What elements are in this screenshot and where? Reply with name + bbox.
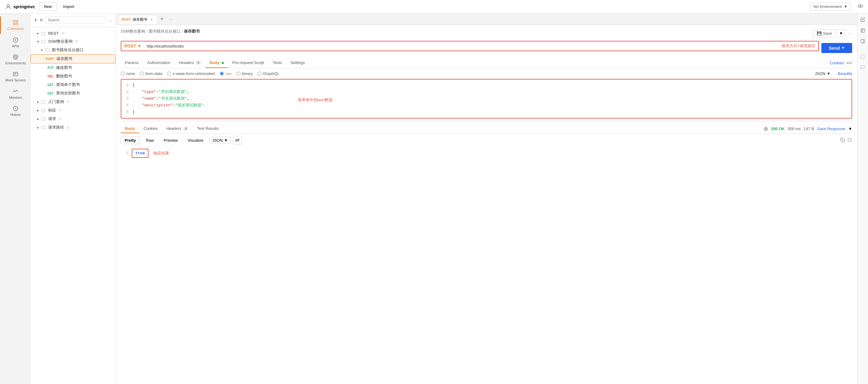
more-options-request[interactable]: ··· [849,31,852,36]
sidebar-item-mock-servers[interactable]: Mock Servers [0,68,30,85]
environment-selector[interactable]: No Environment ▼ [810,3,851,10]
sidebar-item-history[interactable]: History [0,102,30,120]
wrap-button[interactable]: ⇌ [233,136,242,145]
tree-item-ssm[interactable]: ▼ SSM整合案例 [30,37,116,46]
user-icon [5,3,11,10]
sidebar-item-collections[interactable]: Collections [0,17,30,34]
side-panel-icon [860,39,865,43]
arrow-icon: ► [37,126,40,129]
folder-icon [41,125,46,130]
tab-params[interactable]: Params [121,58,143,68]
breadcrumb-current: 保存图书 [184,29,200,34]
more-options-button[interactable]: ··· [108,18,112,23]
method-badge-get2: GET [44,92,54,95]
radio-form-data[interactable]: form-data [140,71,162,76]
search-input[interactable] [45,17,106,24]
layout-icon[interactable] [860,28,865,34]
panel-icon[interactable] [860,39,865,44]
tree-item-rest[interactable]: ► REST [30,30,116,37]
tree-item-save-book[interactable]: POST 保存图书 [30,54,116,63]
radio-raw[interactable]: raw [220,71,232,76]
tab-settings[interactable]: Settings [286,58,309,68]
search-response-button[interactable] [847,137,852,143]
url-annotation: 请求方式+请求路径 [781,43,815,49]
tree-item-request[interactable]: ► 请求 [30,115,116,123]
svg-point-15 [59,118,61,119]
mock-servers-icon [12,71,19,77]
tab-tests[interactable]: Tests [268,58,286,68]
add-collection-button[interactable]: + [34,17,37,24]
tree-item-request-path[interactable]: ► 请求路径 [30,123,116,132]
method-badge-get: GET [44,83,54,87]
collections-panel: + ≡ ··· ► REST ▼ SSM整合案例 [30,13,116,384]
people-icon [66,126,70,129]
sidebar-item-monitors[interactable]: Monitors [0,85,30,102]
tab-body[interactable]: Body [206,58,228,68]
tab-more-button[interactable]: ··· [167,17,175,21]
tree-item-get-all-books[interactable]: GET 查询全部图书 [30,89,116,98]
request-tab-save-book[interactable]: POST 保存图书 × [118,15,157,24]
body-active-dot [222,62,224,64]
top-right-icons [858,3,863,10]
beautify-button[interactable]: Beautify [838,71,852,76]
filter-button[interactable]: ≡ [40,18,43,23]
arrow-icon: ▼ [37,40,40,43]
method-selector[interactable]: POST ▼ [124,43,144,49]
user-menu[interactable]: springmvc [5,3,35,10]
sidebar-item-apis[interactable]: APIs [0,34,30,51]
resp-format-raw[interactable]: Raw [143,137,158,144]
tab-headers[interactable]: Headers 9 [175,58,206,68]
copy-response-button[interactable] [840,137,845,143]
tree-item-response[interactable]: ► 响应 [30,106,116,115]
tab-authorization[interactable]: Authorization [143,58,175,68]
code-editor[interactable]: 1 { 2 "type":"类别测试数据", 3 "name":"书名测试数据"… [121,79,852,119]
layout-panel-icon [860,28,865,33]
edit-request-icon[interactable] [860,17,865,23]
send-label: Send [829,45,840,51]
collections-header-actions: + ≡ [34,17,43,24]
resp-json-format-selector[interactable]: JSON ▼ [210,137,231,144]
import-button[interactable]: Import [61,3,77,10]
save-dropdown-button[interactable]: ▼ [837,30,845,37]
radio-binary[interactable]: binary [237,71,253,76]
url-input[interactable] [147,44,774,49]
tree-item-edit-book[interactable]: PUT 修改图书 [30,63,116,72]
save-button[interactable]: 💾 Save [813,30,836,37]
svg-point-11 [62,32,63,33]
code-link[interactable]: </> [846,61,852,65]
tree-item-intro[interactable]: ► 入门案例 [30,98,116,106]
comments-icon[interactable] [860,65,865,71]
response-size: 147 B [804,126,814,131]
eye-icon[interactable] [858,3,863,10]
resp-format-visualize[interactable]: Visualize [184,137,207,144]
json-format-selector[interactable]: JSON ▼ [815,71,831,76]
send-button[interactable]: Send ▼ [822,43,852,53]
response-annotation: 响应结果 [153,150,169,157]
history-icon [12,105,19,111]
globe-icon [764,127,768,131]
resp-tab-test-results[interactable]: Test Results [193,124,223,133]
tab-add-button[interactable]: + [158,16,166,22]
resp-tab-cookies[interactable]: Cookies [139,124,162,133]
tree-item-books-folder[interactable]: ▼ 图书模块后台接口 [30,46,116,54]
tree-item-delete-book[interactable]: DEL 删除图书 [30,72,116,81]
radio-graphql[interactable]: GraphQL [258,71,279,76]
info-icon[interactable] [860,54,865,60]
radio-urlencoded[interactable]: x-www-form-urlencoded [167,71,215,76]
resp-tab-body[interactable]: Body [121,124,139,133]
url-bar-row: POST ▼ 请求方式+请求路径 Send ▼ [121,41,852,55]
resp-tab-headers[interactable]: Headers 4 [162,124,193,133]
tab-close-button[interactable]: × [150,17,153,22]
save-response-button[interactable]: Save Response [817,126,845,131]
svg-point-13 [67,101,69,102]
resp-format-pretty[interactable]: Pretty [121,136,140,144]
new-button[interactable]: New [39,2,57,11]
tab-pre-request[interactable]: Pre-request Script [228,58,269,68]
workspace-name: springmvc [13,4,35,9]
radio-none[interactable]: none [121,71,135,76]
cookies-link[interactable]: Cookies [830,61,844,65]
sidebar-item-environments[interactable]: Environments [0,51,30,68]
app-top-bar: springmvc New Import No Environment ▼ [0,0,868,13]
tree-item-get-book[interactable]: GET 查询单个图书 [30,81,116,89]
resp-format-preview[interactable]: Preview [160,137,181,144]
